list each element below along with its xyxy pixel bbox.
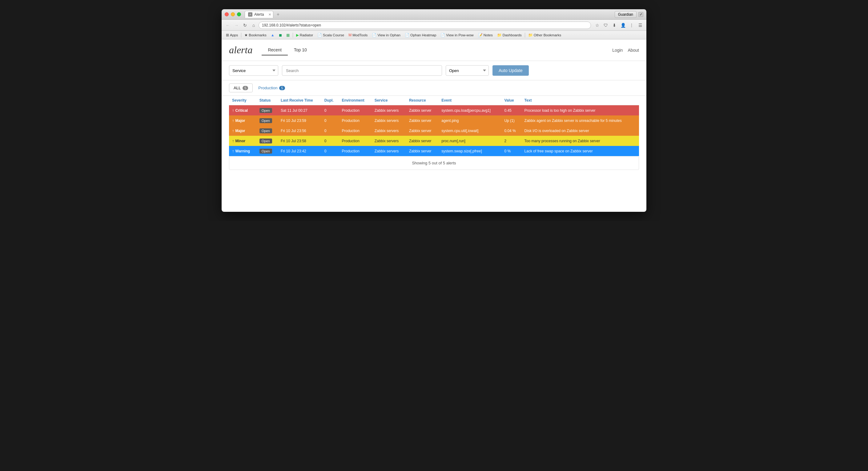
cell-value: Up (1) [501,116,521,126]
bookmark-powwow[interactable]: 📄 View in Pow-wow [439,32,475,38]
bookmark-apps[interactable]: ⊞ Apps [224,32,240,38]
bookmark-bookmarks[interactable]: ★ Bookmarks [243,32,269,38]
cell-resource: Zabbix server [406,116,438,126]
cell-dupl: 0 [321,105,339,116]
bookmark-analytics[interactable]: ◼ [277,32,284,38]
close-button[interactable] [225,12,229,16]
refresh-button[interactable]: ↻ [241,22,249,29]
bookmark-other[interactable]: 📁 Other Bookmarks [526,32,563,38]
bookmark-modtools[interactable]: M ModTools [347,32,369,38]
dashboards-icon: 📁 [497,33,502,37]
cell-environment: Production [339,105,372,116]
cell-text: Lack of free swap space on Zabbix server [521,146,639,156]
cell-severity: ↑ Major [229,116,256,126]
cell-status: Open [256,136,278,146]
bookmark-other-label: Other Bookmarks [534,33,561,37]
service-select[interactable]: Service All Services Zabbix servers Netw… [229,65,278,76]
env-tab-production[interactable]: Production 5 [254,84,289,92]
bookmark-notes[interactable]: 📝 Notes [476,32,495,38]
severity-label: Major [236,119,245,123]
severity-label: Minor [236,139,246,143]
cell-resource: Zabbix server [406,146,438,156]
bookmark-scala[interactable]: 📄 Scala Course [315,32,346,38]
severity-arrow-icon: ↑ [232,108,234,113]
user-icon[interactable]: 👤 [619,22,627,29]
resize-icon[interactable]: ⤢ [639,12,643,17]
bookmark-ophan[interactable]: 📄 View in Ophan [370,32,402,38]
col-severity[interactable]: Severity [229,96,256,105]
minimize-button[interactable] [231,12,235,16]
cell-service: Zabbix servers [372,146,406,156]
cell-value: 0.04 % [501,126,521,136]
col-status[interactable]: Status [256,96,278,105]
bookmark-powwow-label: View in Pow-wow [446,33,473,37]
cell-service: Zabbix servers [372,126,406,136]
cell-text: Disk I/O is overloaded on Zabbix server [521,126,639,136]
table-row[interactable]: ↑ Major Open Fri 10 Jul 23:59 0 Producti… [229,116,639,126]
col-dupl[interactable]: Dupl. [321,96,339,105]
cell-status: Open [256,126,278,136]
back-button[interactable]: ← [224,22,231,29]
table-row[interactable]: ↑ Warning Open Fri 10 Jul 23:42 0 Produc… [229,146,639,156]
guardian-button[interactable]: Guardian [615,11,637,18]
table-row[interactable]: ↑ Critical Open Sat 11 Jul 00:27 0 Produ… [229,105,639,116]
table-row[interactable]: ↑ Major Open Fri 10 Jul 23:56 0 Producti… [229,126,639,136]
login-link[interactable]: Login [612,48,623,53]
download-icon[interactable]: ⬇ [611,22,618,29]
cell-last-receive-time: Fri 10 Jul 23:58 [278,136,321,146]
col-service[interactable]: Service [372,96,406,105]
col-resource[interactable]: Resource [406,96,438,105]
about-link[interactable]: About [628,48,639,53]
footer-message: Showing 5 out of 5 alerts [229,156,639,170]
filter-bar: Service All Services Zabbix servers Netw… [222,61,646,80]
bookmark-radiator-label: Radiator [300,33,313,37]
col-environment[interactable]: Environment [339,96,372,105]
tab-recent[interactable]: Recent [261,45,287,55]
cell-dupl: 0 [321,146,339,156]
col-value[interactable]: Value [501,96,521,105]
maximize-button[interactable] [237,12,241,16]
bookmark-dashboards[interactable]: 📁 Dashboards [495,32,524,38]
home-button[interactable]: ⌂ [250,22,257,29]
auto-update-button[interactable]: Auto Update [493,65,529,76]
bookmark-modtools-label: ModTools [352,33,368,37]
cell-value: 0 % [501,146,521,156]
col-last-receive-time[interactable]: Last Receive Time [278,96,321,105]
bookmark-separator-3 [525,33,525,37]
bookmark-radiator[interactable]: ▶ Radiator [294,32,315,38]
tab-close-icon[interactable]: ✕ [269,12,271,17]
extensions-icon[interactable]: ⋮ [628,22,635,29]
tab-top10[interactable]: Top 10 [288,45,313,55]
tab-favicon: A [248,12,252,17]
cell-resource: Zabbix server [406,136,438,146]
address-bar[interactable]: 192.168.0.102/#/alerts?status=open [258,22,591,29]
cell-severity: ↑ Critical [229,105,256,116]
cell-status: Open [256,146,278,156]
cell-last-receive-time: Fri 10 Jul 23:59 [278,116,321,126]
active-tab[interactable]: A Alerta ✕ [245,11,273,18]
search-input[interactable] [282,65,442,76]
cell-dupl: 0 [321,116,339,126]
bookmark-sheets[interactable]: ▦ [284,32,291,38]
table-row[interactable]: ↑ Minor Open Fri 10 Jul 23:58 0 Producti… [229,136,639,146]
bookmark-heatmap[interactable]: 📄 Ophan Heatmap [403,32,438,38]
address-text: 192.168.0.102/#/alerts?status=open [262,23,321,27]
bookmarks-bar: ⊞ Apps ★ Bookmarks ▲ ◼ ▦ ▶ Radiator 📄 Sc… [222,31,646,39]
new-tab-button[interactable]: + [275,11,281,18]
severity-arrow-icon: ↑ [232,149,234,153]
col-text[interactable]: Text [521,96,639,105]
cell-status: Open [256,116,278,126]
forward-button[interactable]: → [233,22,240,29]
severity-label: Major [236,129,245,133]
cell-last-receive-time: Fri 10 Jul 23:42 [278,146,321,156]
bookmark-star-icon[interactable]: ☆ [593,22,601,29]
env-tab-all[interactable]: ALL 5 [229,84,253,92]
status-select[interactable]: Open Closed Expired All [446,65,489,76]
menu-icon[interactable]: ☰ [637,22,644,29]
star-icon: ★ [244,33,248,37]
bookmark-drive[interactable]: ▲ [269,32,276,38]
col-event[interactable]: Event [438,96,501,105]
shield-icon[interactable]: 🛡 [602,22,610,29]
bookmark-bookmarks-label: Bookmarks [249,33,267,37]
status-badge: Open [259,118,272,123]
